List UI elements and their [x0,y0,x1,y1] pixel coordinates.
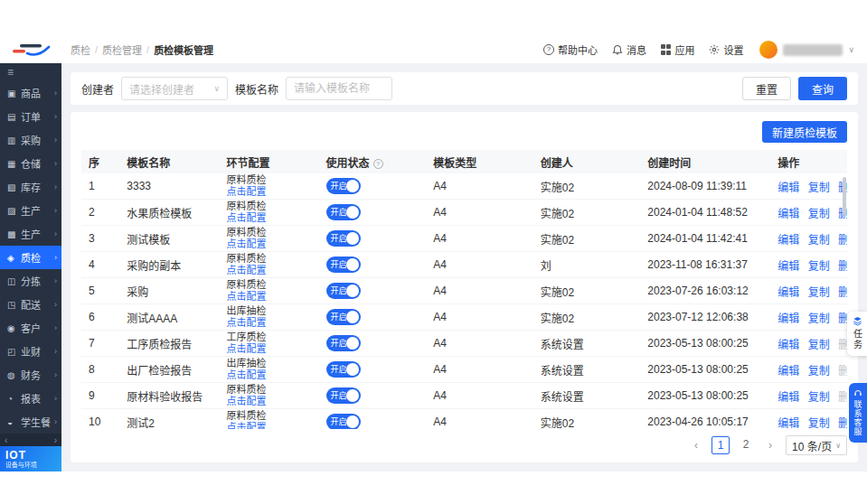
next-page-icon[interactable]: › [762,436,778,454]
edit-link[interactable]: 编辑 [777,365,799,378]
edit-link[interactable]: 编辑 [777,286,799,299]
sidebar-item-orders[interactable]: ▤ 订单 › [0,105,61,128]
delete-link[interactable]: 删除 [838,417,847,430]
sidebar-item-goods[interactable]: ▣ 商品 › [0,81,61,105]
copy-link[interactable]: 复制 [808,391,830,404]
sidebar-item-quality[interactable]: ◈ 质检 › [0,246,61,269]
sidebar-item-warehouse[interactable]: ▦ 仓储 › [0,152,61,175]
creator-label: 创建者 [81,81,114,97]
chevron-right-icon: › [54,417,57,426]
copy-link[interactable]: 复制 [808,234,830,247]
task-float-button[interactable]: 任务 [847,312,867,356]
delete-link[interactable]: 删除 [838,260,847,273]
breadcrumb-quality-management[interactable]: 质检管理 [102,42,142,57]
status-toggle[interactable]: 开启 [326,257,361,273]
new-template-button[interactable]: 新建质检模板 [762,121,847,143]
status-toggle[interactable]: 开启 [326,361,361,378]
sidebar-item-inventory[interactable]: ▧ 库存 › [0,175,61,199]
sidebar-item-sorting[interactable]: ◫ 分拣 › [0,269,61,293]
delete-link[interactable]: 删除 [838,313,847,325]
avatar[interactable] [759,41,777,59]
creator-select[interactable]: 请选择创建者 ∨ [121,77,228,100]
copy-link[interactable]: 复制 [808,182,830,194]
scroll-right-icon[interactable]: › [54,435,57,445]
config-link[interactable]: 点击配置 [226,369,266,380]
config-link[interactable]: 点击配置 [226,422,266,429]
copy-link[interactable]: 复制 [808,417,830,430]
creator-cell: 实施02 [533,304,641,331]
status-toggle[interactable]: 开启 [326,230,361,247]
status-toggle-label: 开启 [331,309,347,325]
status-toggle-label: 开启 [331,204,347,220]
apps-button[interactable]: 应用 [661,42,695,57]
page-2-button[interactable]: 2 [737,436,755,454]
status-toggle[interactable]: 开启 [326,283,361,299]
task-label: 任务 [851,329,864,350]
page-size-select[interactable]: 10 条/页 ∨ [786,435,847,455]
edit-link[interactable]: 编辑 [777,313,799,325]
status-toggle[interactable]: 开启 [326,178,361,194]
config-link[interactable]: 点击配置 [226,186,266,197]
table-scrollbar-thumb[interactable] [843,177,846,215]
edit-link[interactable]: 编辑 [777,339,799,351]
delete-link[interactable]: 删除 [838,339,847,351]
sidebar-item-reports[interactable]: ◔ 报表 › [0,387,61,410]
config-link[interactable]: 点击配置 [226,212,266,223]
sidebar-item-finance[interactable]: ◍ 财务 › [0,363,61,387]
sidebar-item-customers[interactable]: ◉ 客户 › [0,316,61,340]
customer-service-float-button[interactable]: 联系客服 [849,383,867,443]
page-1-button[interactable]: 1 [712,436,730,454]
config-link[interactable]: 点击配置 [226,343,266,354]
copy-link[interactable]: 复制 [808,208,830,220]
delivery-icon: ◳ [7,300,17,310]
edit-link[interactable]: 编辑 [777,234,799,247]
copy-link[interactable]: 复制 [808,365,830,378]
info-icon[interactable]: ? [373,159,383,169]
copy-link[interactable]: 复制 [808,260,830,273]
copy-link[interactable]: 复制 [808,313,830,325]
toggle-knob [346,258,359,271]
scroll-left-icon[interactable]: ‹ [5,435,7,445]
sidebar-item-biz-finance[interactable]: ◰ 业财 › [0,340,61,363]
status-toggle[interactable]: 开启 [326,309,361,325]
edit-link[interactable]: 编辑 [777,208,799,220]
settings-button[interactable]: 设置 [709,42,743,57]
edit-link[interactable]: 编辑 [777,182,799,194]
sidebar-item-production[interactable]: ▨ 生产 › [0,199,61,222]
sidebar-item-purchase[interactable]: ▥ 采购 › [0,128,61,152]
sidebar-item-delivery[interactable]: ◳ 配送 › [0,293,61,316]
sidebar-collapse-button[interactable]: ≡ [0,63,61,81]
sidebar-item-production-2[interactable]: ▩ 生产 › [0,222,61,246]
messages-button[interactable]: 消息 [612,42,646,57]
reset-button[interactable]: 重置 [742,77,791,100]
status-toggle[interactable]: 开启 [326,204,361,220]
search-button[interactable]: 查询 [798,77,847,100]
status-toggle[interactable]: 开启 [326,387,361,404]
delete-link[interactable]: 删除 [838,391,847,404]
breadcrumb-quality[interactable]: 质检 [71,42,90,57]
prev-page-icon[interactable]: ‹ [688,436,704,454]
chevron-down-icon[interactable]: ∨ [848,45,854,54]
help-center-button[interactable]: ? 帮助中心 [543,42,598,57]
sidebar-item-student-meals[interactable]: ◒ 学生餐 › [0,410,61,434]
delete-link[interactable]: 删除 [838,365,847,378]
toggle-knob [346,311,359,323]
order-icon: ▤ [7,112,17,122]
template-name-input[interactable] [286,77,392,100]
copy-link[interactable]: 复制 [808,339,830,351]
config-link[interactable]: 点击配置 [226,265,266,275]
status-toggle-label: 开启 [331,257,347,273]
copy-link[interactable]: 复制 [808,286,830,299]
edit-link[interactable]: 编辑 [777,391,799,404]
config-link[interactable]: 点击配置 [226,238,266,249]
status-toggle[interactable]: 开启 [326,414,361,429]
delete-link[interactable]: 删除 [838,234,847,247]
config-link[interactable]: 点击配置 [226,396,266,406]
edit-link[interactable]: 编辑 [777,417,799,430]
config-link[interactable]: 点击配置 [226,291,266,302]
delete-link[interactable]: 删除 [838,286,847,299]
config-link[interactable]: 点击配置 [226,317,266,328]
customer-service-label: 联系客服 [853,400,864,436]
status-toggle[interactable]: 开启 [326,335,361,351]
edit-link[interactable]: 编辑 [777,260,799,273]
